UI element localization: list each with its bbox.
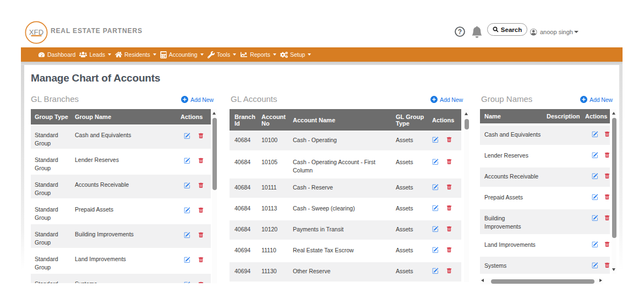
svg-text:XFD: XFD bbox=[29, 28, 44, 36]
svg-text:?: ? bbox=[458, 28, 462, 36]
